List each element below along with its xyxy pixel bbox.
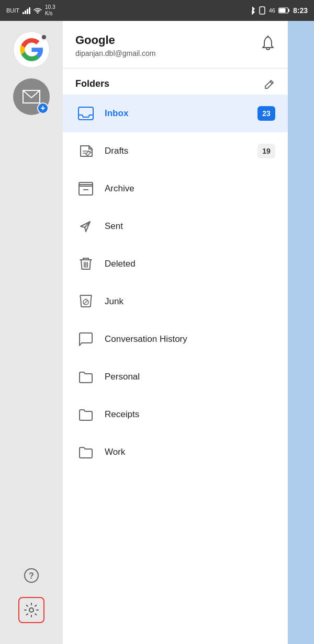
folder-list: Inbox 23 Drafts 19 <box>63 95 288 644</box>
svg-rect-3 <box>288 9 290 12</box>
folder-item-receipts[interactable]: Receipts <box>63 396 288 433</box>
inbox-icon <box>75 103 96 124</box>
phone-icon <box>259 6 266 15</box>
svg-rect-1 <box>260 7 265 14</box>
account-email: dipanjan.dbl@gmail.com <box>75 49 156 58</box>
receipts-folder-icon <box>75 404 96 425</box>
left-sidebar: + ? <box>0 21 63 644</box>
right-content-overlay <box>288 21 314 644</box>
folder-item-deleted[interactable]: Deleted <box>63 245 288 283</box>
account-name: Google <box>75 33 156 47</box>
google-account-avatar[interactable] <box>13 31 50 68</box>
main-layout: + ? Google dipa <box>0 21 314 644</box>
inbox-badge: 23 <box>257 106 275 121</box>
folder-item-archive[interactable]: Archive <box>63 170 288 208</box>
deleted-label: Deleted <box>105 259 275 269</box>
svg-point-8 <box>29 608 33 612</box>
junk-icon <box>75 291 96 312</box>
work-label: Work <box>105 447 275 457</box>
personal-folder-icon <box>75 366 96 387</box>
conversation-history-icon <box>75 329 96 350</box>
svg-text:?: ? <box>29 571 34 580</box>
drafts-icon <box>75 141 96 162</box>
folder-item-inbox[interactable]: Inbox 23 <box>63 95 288 132</box>
carrier-label: BUIT <box>6 7 19 14</box>
conversation-history-label: Conversation History <box>105 334 275 344</box>
avatar-status-dot <box>41 34 47 40</box>
folder-item-conversation-history[interactable]: Conversation History <box>63 320 288 358</box>
add-account-badge: + <box>37 102 49 114</box>
notification-bell-button[interactable] <box>261 36 275 51</box>
account-row: Google dipanjan.dbl@gmail.com <box>75 33 275 58</box>
sent-icon <box>75 216 96 237</box>
folder-item-work[interactable]: Work <box>63 433 288 471</box>
folder-item-personal[interactable]: Personal <box>63 358 288 396</box>
signal-bars <box>23 7 30 14</box>
archive-label: Archive <box>105 183 275 194</box>
folders-header: Folders <box>63 68 288 95</box>
work-folder-icon <box>75 442 96 463</box>
sent-label: Sent <box>105 221 275 232</box>
right-background <box>288 21 314 644</box>
folders-title: Folders <box>75 78 109 89</box>
folder-item-drafts[interactable]: Drafts 19 <box>63 132 288 170</box>
deleted-icon <box>75 254 96 274</box>
mail-account-avatar[interactable]: + <box>13 78 50 115</box>
network-speed: 10.3K/s <box>45 4 55 17</box>
svg-point-0 <box>37 13 38 14</box>
drafts-badge: 19 <box>257 144 275 158</box>
svg-rect-10 <box>78 107 93 120</box>
battery-icon <box>278 7 290 14</box>
status-bar: BUIT 10.3K/s <box>0 0 314 21</box>
junk-label: Junk <box>105 296 275 307</box>
time-display: 8:23 <box>293 6 308 15</box>
account-info: Google dipanjan.dbl@gmail.com <box>75 33 156 58</box>
settings-button[interactable] <box>18 597 44 623</box>
archive-icon <box>75 178 96 199</box>
battery-label: 46 <box>269 7 275 14</box>
receipts-label: Receipts <box>105 409 275 420</box>
folder-item-sent[interactable]: Sent <box>63 208 288 245</box>
bluetooth-icon <box>249 6 255 15</box>
svg-rect-4 <box>279 8 285 13</box>
sidebar-bottom: ? <box>18 562 44 634</box>
edit-folders-button[interactable] <box>264 78 275 89</box>
folder-item-junk[interactable]: Junk <box>63 283 288 320</box>
status-left: BUIT 10.3K/s <box>6 4 55 17</box>
drawer-header: Google dipanjan.dbl@gmail.com <box>63 21 288 68</box>
wifi-icon <box>33 7 42 14</box>
inbox-label: Inbox <box>105 108 257 119</box>
drafts-label: Drafts <box>105 146 257 156</box>
personal-label: Personal <box>105 372 275 382</box>
help-button[interactable]: ? <box>18 562 44 589</box>
drawer-panel: Google dipanjan.dbl@gmail.com Folders <box>63 21 288 644</box>
status-right: 46 8:23 <box>249 6 308 15</box>
